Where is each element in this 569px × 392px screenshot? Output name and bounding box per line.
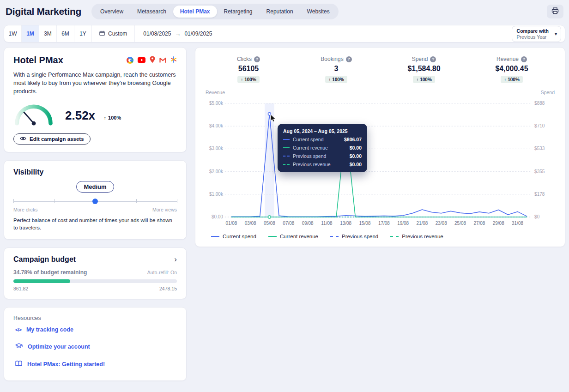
range-1y-button[interactable]: 1Y	[74, 25, 92, 42]
visibility-level-pill[interactable]: Medium	[76, 181, 114, 193]
main-nav-tabs: Overview Metasearch Hotel PMax Retargeti…	[91, 4, 339, 19]
compare-title: Compare with	[517, 28, 549, 34]
stat-value: $4,000.45	[468, 65, 556, 73]
hotel-pmax-card: Hotel PMax With a	[4, 47, 187, 152]
up-arrow-icon: ↑	[241, 77, 243, 82]
current-revenue-swatch	[283, 147, 290, 148]
resources-title: Resources	[13, 315, 177, 321]
tab-overview[interactable]: Overview	[93, 6, 130, 18]
tooltip-label: Previous spend	[293, 153, 326, 159]
link-label: Hotel PMax: Getting started!	[27, 361, 105, 368]
tooltip-row: Previous revenue$0.00	[283, 162, 362, 167]
print-button[interactable]	[547, 5, 563, 18]
svg-text:$0: $0	[534, 214, 540, 219]
current-spend-swatch	[283, 139, 290, 140]
google-ads-spark-icon	[170, 56, 177, 65]
date-from: 01/08/2025	[143, 30, 171, 37]
svg-text:$533: $533	[534, 146, 545, 151]
stat-revenue: Revenue? $4,000.45 ↑100%	[468, 56, 556, 83]
legend-label: Current revenue	[280, 234, 318, 239]
stat-label: Bookings	[321, 56, 343, 62]
stat-change-badge: ↑100%	[413, 76, 435, 83]
edit-campaign-assets-label: Edit campaign assets	[30, 136, 84, 142]
performance-chart-card: Clicks? 56105 ↑100% Bookings? 3 ↑100% Sp…	[195, 47, 565, 247]
visibility-card: Visibility Medium More clicks More views…	[4, 160, 187, 239]
visibility-slider[interactable]	[13, 198, 177, 205]
compare-value: Previous Year	[517, 34, 549, 40]
spend-revenue-chart[interactable]: $0.00$0$1.00k$178$2.00k$355$3.00k$533$4.…	[205, 96, 556, 229]
legend-label: Current spend	[223, 234, 256, 239]
legend-current-spend[interactable]: Current spend	[211, 234, 256, 239]
tab-retargeting[interactable]: Retargeting	[217, 6, 260, 18]
help-icon[interactable]: ?	[430, 56, 436, 62]
svg-text:27/08: 27/08	[473, 221, 485, 226]
link-label: Optimize your account	[28, 344, 90, 350]
svg-text:03/08: 03/08	[245, 221, 256, 226]
roas-change: ↑100%	[104, 115, 121, 121]
link-optimize-account[interactable]: Optimize your account	[13, 338, 177, 356]
link-getting-started[interactable]: Hotel PMax: Getting started!	[13, 356, 177, 373]
svg-text:17/08: 17/08	[378, 221, 390, 226]
stat-bookings: Bookings? 3 ↑100%	[292, 56, 380, 83]
custom-range-button[interactable]: Custom	[92, 25, 135, 42]
help-icon[interactable]: ?	[346, 56, 352, 62]
svg-text:$710: $710	[534, 123, 545, 128]
left-column: Hotel PMax With a	[4, 47, 187, 381]
svg-text:09/08: 09/08	[302, 221, 314, 226]
stat-label: Revenue	[496, 56, 519, 62]
auto-refill-status: Auto-refill: On	[147, 270, 177, 275]
tooltip-value: $0.00	[350, 153, 362, 159]
google-icon	[127, 57, 133, 64]
range-1w-button[interactable]: 1W	[4, 25, 22, 42]
svg-text:11/08: 11/08	[321, 221, 333, 226]
visibility-slider-thumb[interactable]	[92, 199, 98, 204]
eye-icon	[20, 136, 26, 142]
chart-area[interactable]: Revenue Spend $0.00$0$1.00k$178$2.00k$35…	[205, 90, 556, 229]
stat-value: 3	[292, 65, 380, 73]
legend-previous-revenue[interactable]: Previous revenue	[390, 234, 443, 239]
stat-label: Spend	[412, 56, 428, 62]
up-arrow-icon: ↑	[104, 115, 107, 121]
stat-clicks: Clicks? 56105 ↑100%	[205, 56, 292, 83]
stat-change-value: 100%	[244, 77, 256, 82]
range-3m-button[interactable]: 3M	[39, 25, 57, 42]
arrow-right-icon: →	[175, 30, 181, 37]
svg-text:25/08: 25/08	[454, 221, 466, 226]
budget-title: Campaign budget	[13, 255, 76, 264]
legend-previous-spend[interactable]: Previous spend	[330, 234, 378, 239]
calendar-icon	[99, 30, 105, 37]
tooltip-label: Current revenue	[293, 145, 328, 151]
tab-reputation[interactable]: Reputation	[260, 6, 300, 18]
legend-current-revenue[interactable]: Current revenue	[268, 234, 318, 239]
link-label: My tracking code	[26, 326, 73, 333]
filters-toolbar: 1W 1M 3M 6M 1Y Custom 01/08/2025 → 01/09…	[4, 25, 565, 42]
up-arrow-icon: ↑	[504, 77, 506, 82]
svg-text:$4.00k: $4.00k	[209, 123, 223, 128]
range-1m-button[interactable]: 1M	[22, 25, 39, 42]
gmail-icon	[159, 56, 166, 65]
link-my-tracking-code[interactable]: </> My tracking code	[13, 321, 177, 338]
stat-change-value: 100%	[508, 77, 520, 82]
stat-value: $1,584.80	[380, 65, 468, 73]
stat-change-value: 100%	[420, 77, 432, 82]
google-products-icons	[127, 56, 177, 65]
kpi-stats-row: Clicks? 56105 ↑100% Bookings? 3 ↑100% Sp…	[205, 56, 556, 83]
help-icon[interactable]: ?	[254, 56, 260, 62]
graduation-cap-icon	[15, 343, 23, 350]
tooltip-value: $0.00	[350, 145, 362, 151]
tab-metasearch[interactable]: Metasearch	[130, 6, 173, 18]
tooltip-label: Current spend	[293, 137, 324, 142]
campaign-budget-card: Campaign budget › 34.78% of budget remai…	[4, 247, 187, 299]
edit-campaign-assets-button[interactable]: Edit campaign assets	[13, 133, 91, 145]
compare-with-dropdown[interactable]: Compare with Previous Year ▾	[512, 26, 561, 42]
tab-websites[interactable]: Websites	[300, 6, 337, 18]
tab-hotel-pmax[interactable]: Hotel PMax	[173, 6, 217, 18]
help-icon[interactable]: ?	[521, 56, 527, 62]
stat-change-badge: ↑100%	[237, 76, 260, 83]
pmax-description: With a single Performance Max campaign, …	[13, 71, 177, 96]
slider-tick	[136, 199, 137, 203]
tooltip-title: Aug 05, 2024 – Aug 05, 2025	[283, 128, 362, 134]
range-6m-button[interactable]: 6M	[57, 25, 74, 42]
svg-text:07/08: 07/08	[283, 221, 294, 226]
chevron-right-icon[interactable]: ›	[174, 255, 177, 263]
